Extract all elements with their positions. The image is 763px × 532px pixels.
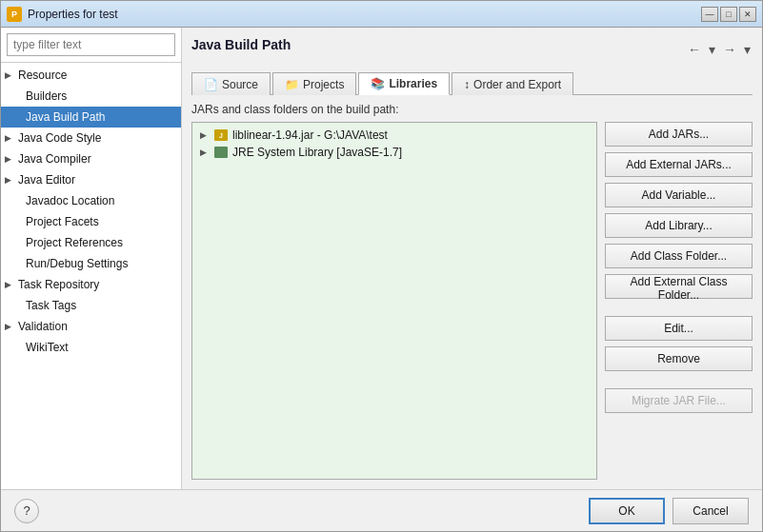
nav-back-button[interactable]: ← bbox=[686, 40, 703, 59]
migrate-jar-button[interactable]: Migrate JAR File... bbox=[605, 388, 753, 413]
tab-bar: 📄 Source 📁 Projects 📚 Libraries ↕ Order … bbox=[191, 71, 753, 95]
sidebar-item-wikitext[interactable]: WikiText bbox=[1, 337, 181, 358]
tree-item-jre[interactable]: ▶ JRE System Library [JavaSE-1.7] bbox=[196, 144, 592, 161]
sidebar-label-java-compiler: Java Compiler bbox=[18, 150, 91, 167]
sidebar-item-javadoc-location[interactable]: Javadoc Location bbox=[1, 190, 181, 211]
tab-libraries[interactable]: 📚 Libraries bbox=[358, 72, 450, 95]
sidebar-label-wikitext: WikiText bbox=[26, 339, 69, 356]
add-jars-button[interactable]: Add JARs... bbox=[605, 122, 753, 147]
sidebar-label-task-repository: Task Repository bbox=[18, 276, 99, 293]
sidebar-label-builders: Builders bbox=[26, 88, 67, 105]
expand-arrow-validation: ▶ bbox=[5, 318, 14, 335]
expand-arrow-code-style: ▶ bbox=[5, 129, 14, 147]
sidebar-item-task-tags[interactable]: Task Tags bbox=[1, 295, 181, 316]
remove-button[interactable]: Remove bbox=[605, 346, 753, 371]
right-panel: Add JARs... Add External JARs... Add Var… bbox=[605, 122, 753, 480]
bottom-bar: ? OK Cancel bbox=[1, 489, 762, 531]
sidebar-item-project-references[interactable]: Project References bbox=[1, 232, 181, 253]
jar-description: JARs and class folders on the build path… bbox=[191, 103, 753, 116]
sidebar-label-project-facets: Project Facets bbox=[26, 213, 99, 230]
tree-label-liblinear: liblinear-1.94.jar - G:\JAVA\test bbox=[232, 128, 388, 142]
add-library-button[interactable]: Add Library... bbox=[605, 213, 753, 238]
add-class-folder-button[interactable]: Add Class Folder... bbox=[605, 244, 753, 268]
tab-libraries-label: Libraries bbox=[389, 77, 437, 90]
sidebar: ▶ Resource Builders Java Build Path ▶ Ja… bbox=[1, 28, 182, 489]
expand-arrow-resource: ▶ bbox=[5, 67, 14, 84]
maximize-button[interactable]: □ bbox=[720, 7, 737, 22]
sidebar-label-run-debug-settings: Run/Debug Settings bbox=[26, 255, 128, 272]
add-external-class-folder-button[interactable]: Add External Class Folder... bbox=[605, 274, 753, 299]
nav-separator: ▾ bbox=[707, 40, 717, 59]
sidebar-label-task-tags: Task Tags bbox=[26, 297, 76, 314]
ok-button[interactable]: OK bbox=[589, 498, 665, 524]
tree-label-jre: JRE System Library [JavaSE-1.7] bbox=[232, 146, 402, 159]
expand-arrow-task-repository: ▶ bbox=[5, 276, 14, 293]
search-box bbox=[1, 28, 181, 63]
search-input[interactable] bbox=[7, 33, 175, 56]
btn-separator-1 bbox=[605, 305, 753, 310]
add-variable-button[interactable]: Add Variable... bbox=[605, 183, 753, 207]
tab-source[interactable]: 📄 Source bbox=[191, 72, 271, 95]
close-button[interactable]: ✕ bbox=[739, 7, 756, 22]
sidebar-item-task-repository[interactable]: ▶ Task Repository bbox=[1, 274, 181, 295]
sidebar-item-validation[interactable]: ▶ Validation bbox=[1, 316, 181, 337]
cancel-button[interactable]: Cancel bbox=[673, 498, 749, 524]
tab-order-export-icon: ↕ bbox=[464, 78, 470, 91]
jar-icon-liblinear: J bbox=[213, 128, 229, 142]
content-area: ▶ J liblinear-1.94.jar - G:\JAVA\test ▶ bbox=[191, 122, 753, 480]
sidebar-label-validation: Validation bbox=[18, 318, 68, 335]
sidebar-label-resource: Resource bbox=[18, 67, 67, 84]
header-row: Java Build Path ← ▾ → ▾ bbox=[191, 37, 753, 62]
sidebar-item-java-compiler[interactable]: ▶ Java Compiler bbox=[1, 148, 181, 169]
tree-view[interactable]: ▶ J liblinear-1.94.jar - G:\JAVA\test ▶ bbox=[191, 122, 597, 480]
tab-projects-label: Projects bbox=[303, 78, 344, 91]
sidebar-label-java-code-style: Java Code Style bbox=[18, 129, 101, 147]
window-icon: P bbox=[7, 7, 22, 22]
title-controls: — □ ✕ bbox=[701, 7, 756, 22]
sidebar-item-resource[interactable]: ▶ Resource bbox=[1, 65, 181, 86]
tree-arrow-jre: ▶ bbox=[200, 148, 210, 157]
sidebar-item-java-code-style[interactable]: ▶ Java Code Style bbox=[1, 128, 181, 148]
nav-dropdown-button[interactable]: ▾ bbox=[742, 40, 753, 59]
nav-forward-button[interactable]: → bbox=[721, 40, 738, 59]
sidebar-list: ▶ Resource Builders Java Build Path ▶ Ja… bbox=[1, 63, 181, 489]
tab-order-export-label: Order and Export bbox=[473, 78, 561, 91]
minimize-button[interactable]: — bbox=[701, 7, 718, 22]
sidebar-label-java-editor: Java Editor bbox=[18, 171, 75, 188]
sidebar-item-builders[interactable]: Builders bbox=[1, 86, 181, 107]
jre-icon bbox=[213, 146, 229, 159]
sidebar-label-javadoc-location: Javadoc Location bbox=[26, 192, 114, 209]
tree-arrow-liblinear: ▶ bbox=[200, 130, 210, 140]
nav-arrows: ← ▾ → ▾ bbox=[686, 40, 753, 59]
expand-arrow-editor: ▶ bbox=[5, 171, 14, 188]
sidebar-item-project-facets[interactable]: Project Facets bbox=[1, 211, 181, 232]
title-bar-left: P Properties for test bbox=[7, 7, 118, 22]
properties-window: P Properties for test — □ ✕ ▶ Resource B… bbox=[0, 0, 763, 532]
tab-order-export[interactable]: ↕ Order and Export bbox=[452, 72, 573, 95]
sidebar-label-project-references: Project References bbox=[26, 234, 123, 251]
window-title: Properties for test bbox=[28, 8, 118, 21]
sidebar-item-java-editor[interactable]: ▶ Java Editor bbox=[1, 169, 181, 190]
tab-source-icon: 📄 bbox=[204, 78, 218, 91]
page-title: Java Build Path bbox=[191, 37, 291, 52]
sidebar-item-java-build-path[interactable]: Java Build Path bbox=[1, 107, 181, 128]
tab-projects[interactable]: 📁 Projects bbox=[272, 72, 356, 95]
title-bar: P Properties for test — □ ✕ bbox=[1, 1, 762, 28]
expand-arrow-compiler: ▶ bbox=[5, 150, 14, 167]
add-external-jars-button[interactable]: Add External JARs... bbox=[605, 152, 753, 177]
edit-button[interactable]: Edit... bbox=[605, 316, 753, 341]
btn-separator-2 bbox=[605, 377, 753, 383]
tab-source-label: Source bbox=[222, 78, 258, 91]
tab-libraries-icon: 📚 bbox=[371, 77, 385, 90]
dialog-buttons: OK Cancel bbox=[589, 498, 749, 524]
window-body: ▶ Resource Builders Java Build Path ▶ Ja… bbox=[1, 28, 762, 489]
left-panel: ▶ J liblinear-1.94.jar - G:\JAVA\test ▶ bbox=[191, 122, 597, 480]
tree-item-liblinear[interactable]: ▶ J liblinear-1.94.jar - G:\JAVA\test bbox=[196, 127, 592, 144]
sidebar-label-java-build-path: Java Build Path bbox=[26, 108, 105, 126]
sidebar-item-run-debug-settings[interactable]: Run/Debug Settings bbox=[1, 253, 181, 274]
help-button[interactable]: ? bbox=[14, 499, 39, 523]
main-content: Java Build Path ← ▾ → ▾ 📄 Source 📁 Proje… bbox=[182, 28, 762, 489]
tab-projects-icon: 📁 bbox=[285, 78, 299, 91]
